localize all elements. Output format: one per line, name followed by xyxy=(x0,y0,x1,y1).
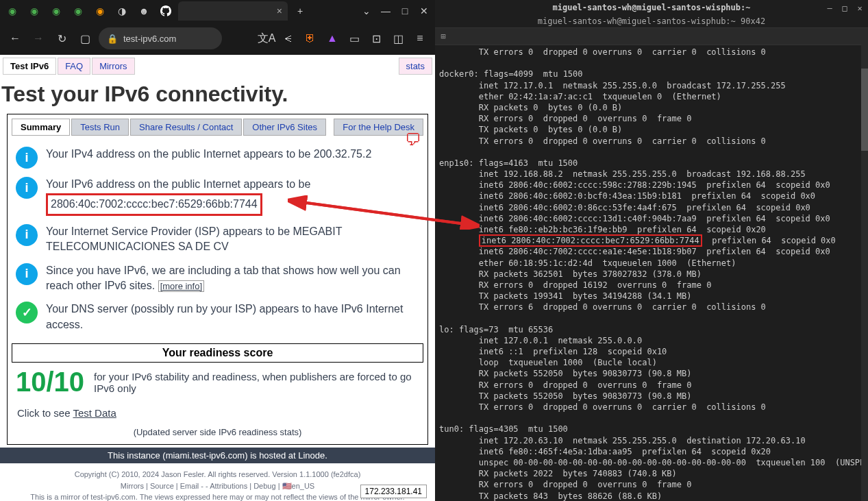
page-title: Test your IPv6 connectivity. xyxy=(0,77,435,111)
tab-faq[interactable]: FAQ xyxy=(58,58,90,75)
terminal-output[interactable]: TX errors 0 dropped 0 overruns 0 carrier… xyxy=(435,45,868,501)
info-icon: i xyxy=(16,263,38,285)
sub-nav-tabs: Summary Tests Run Share Results / Contac… xyxy=(12,119,423,136)
copyright: Copyright (C) 2010, 2024 Jason Fesler. A… xyxy=(5,469,430,480)
new-tab-button[interactable]: + xyxy=(290,1,310,21)
browser-toolbar: ← → ↻ ▢ 🔒 test-ipv6.com 文A ⪪ ⛨ ▲ ▭ ⊡ ◫ ≡ xyxy=(0,22,435,55)
page-nav-tabs: Test IPv6 FAQ Mirrors stats xyxy=(0,55,435,77)
minimize-button[interactable]: — xyxy=(377,3,394,19)
url-text: test-ipv6.com xyxy=(123,34,176,44)
back-button[interactable]: ← xyxy=(5,29,25,48)
more-info-link[interactable]: [more info] xyxy=(158,280,204,292)
info-icon: i xyxy=(16,224,38,246)
shield-icon[interactable]: ⛨ xyxy=(301,29,320,48)
app-icon-3[interactable]: ◉ xyxy=(47,1,66,21)
tab-share[interactable]: Share Results / Contact xyxy=(130,119,242,136)
chevron-down-icon[interactable]: ⌄ xyxy=(358,3,375,19)
score-value: 10/10 xyxy=(16,367,84,398)
forward-button[interactable]: → xyxy=(29,29,48,48)
ipv6-address-highlight: 2806:40c:7002:cccc:bec7:6529:66bb:7744 xyxy=(46,193,262,215)
info-icon: i xyxy=(16,177,38,199)
result-sites: i Since you have IPv6, we are including … xyxy=(12,259,423,298)
menu-icon[interactable]: ≡ xyxy=(410,29,430,48)
scrollbar[interactable] xyxy=(861,41,868,501)
result-ipv4: i Your IPv4 address on the public Intern… xyxy=(12,143,423,173)
info-icon: i xyxy=(16,147,38,169)
browser-titlebar: ◉ ◉ ◉ ◉ ◉ ◑ ☻ × + ⌄ — □ ✕ xyxy=(0,0,435,22)
lock-icon: 🔒 xyxy=(107,34,118,44)
close-button[interactable]: ✕ xyxy=(416,3,432,19)
result-ipv6: i Your IPv6 address on the public Intern… xyxy=(12,173,423,220)
sites-text: Since you have IPv6, we are including a … xyxy=(46,263,423,294)
test-data-line: Click to see Test Data xyxy=(12,402,423,424)
wallet-icon[interactable]: ▭ xyxy=(345,29,364,48)
maximize-button[interactable]: □ xyxy=(397,3,413,19)
app-icon-5[interactable]: ◉ xyxy=(90,1,110,21)
bookmark-icon[interactable]: ▢ xyxy=(75,29,95,48)
result-dns: ✓ Your DNS server (possibly run by your … xyxy=(12,297,423,337)
terminal-window-controls: — □ ✕ xyxy=(824,3,865,14)
translate-icon[interactable]: 文A xyxy=(257,29,276,48)
result-isp: i Your Internet Service Provider (ISP) a… xyxy=(12,220,423,259)
browser-window: ◉ ◉ ◉ ◉ ◉ ◑ ☻ × + ⌄ — □ ✕ ← → ↻ ▢ 🔒 test… xyxy=(0,0,435,501)
download-icon[interactable]: ⊡ xyxy=(367,29,386,48)
updated-note: (Updated server side IPv6 readiness stat… xyxy=(12,424,423,440)
score-row: 10/10 for your IPv6 stability and readin… xyxy=(12,363,423,402)
translate-bubble-icon[interactable]: 🗩 xyxy=(405,130,421,149)
share-icon[interactable]: ⪪ xyxy=(279,29,298,48)
tab-other-sites[interactable]: Other IPv6 Sites xyxy=(243,119,326,136)
stats-button[interactable]: stats xyxy=(399,58,432,75)
tab-summary[interactable]: Summary xyxy=(12,119,70,136)
test-data-link[interactable]: Test Data xyxy=(73,407,116,419)
sidebar-icon[interactable]: ◫ xyxy=(388,29,408,48)
minimize-button[interactable]: — xyxy=(824,3,835,14)
ipv4-text: Your IPv4 address on the public Internet… xyxy=(46,147,423,162)
ipv6-text: Your IPv6 address on the public Internet… xyxy=(46,177,423,216)
tab-test-ipv6[interactable]: Test IPv6 xyxy=(3,58,56,75)
score-text: for your IPv6 stability and readiness, w… xyxy=(94,371,419,394)
tab-mirrors[interactable]: Mirrors xyxy=(92,58,134,75)
results-panel: Summary Tests Run Share Results / Contac… xyxy=(7,114,428,445)
app-icon-4[interactable]: ◉ xyxy=(69,1,88,21)
tab-tests-run[interactable]: Tests Run xyxy=(71,119,129,136)
dns-text: Your DNS server (possibly run by your IS… xyxy=(46,302,423,332)
close-button[interactable]: ✕ xyxy=(854,3,865,14)
app-icon-2[interactable]: ◉ xyxy=(25,1,44,21)
app-icon-7[interactable]: ☻ xyxy=(134,1,153,21)
brave-icon[interactable]: ▲ xyxy=(323,29,342,48)
ip-badge: 172.233.181.41 xyxy=(360,485,427,498)
isp-text: Your Internet Service Provider (ISP) app… xyxy=(46,224,423,255)
page-content: Test IPv6 FAQ Mirrors stats 🗩 Test your … xyxy=(0,55,435,501)
hosted-banner: This instance (miami.test-ipv6.com) is h… xyxy=(0,448,435,463)
app-icon-6[interactable]: ◑ xyxy=(112,1,132,21)
browser-tab[interactable]: × xyxy=(178,1,288,21)
terminal-title: miguel-santos-wh@miguel-santos-wisphub:~ xyxy=(435,0,868,15)
reload-button[interactable]: ↻ xyxy=(52,29,71,48)
terminal-subtitle: miguel-santos-wh@miguel-santos-wisphub:~… xyxy=(435,15,868,28)
maximize-button[interactable]: □ xyxy=(839,3,850,14)
terminal-window: — □ ✕ miguel-santos-wh@miguel-santos-wis… xyxy=(435,0,868,501)
scrollbar-thumb[interactable] xyxy=(861,69,868,151)
url-bar[interactable]: 🔒 test-ipv6.com xyxy=(99,27,222,49)
readiness-header: Your readiness score xyxy=(12,343,423,363)
github-icon[interactable] xyxy=(156,1,175,21)
app-icon-1[interactable]: ◉ xyxy=(3,1,22,21)
check-icon: ✓ xyxy=(16,302,38,323)
grid-icon[interactable]: ⊞ xyxy=(436,29,450,43)
terminal-toolbar: ⊞ xyxy=(435,28,868,45)
close-icon[interactable]: × xyxy=(277,5,282,16)
